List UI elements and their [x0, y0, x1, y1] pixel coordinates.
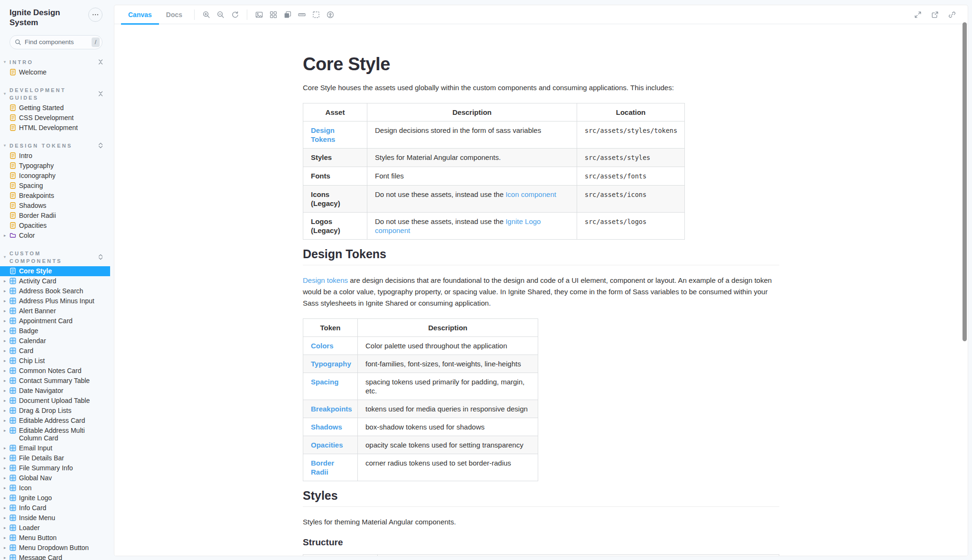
sidebar-item-getting-started[interactable]: Getting Started	[0, 103, 110, 113]
expand-caret-icon[interactable]: ▸	[4, 397, 9, 404]
expand-caret-icon[interactable]: ▸	[4, 367, 9, 374]
expand-section-icon[interactable]	[98, 142, 103, 149]
sidebar-item-editable-address-multi-column-card[interactable]: ▸Editable Address Multi Column Card	[0, 426, 110, 443]
expand-section-icon[interactable]	[98, 254, 103, 260]
zoom-in-icon[interactable]	[199, 8, 214, 22]
measure-ruler-icon[interactable]	[295, 8, 309, 22]
expand-caret-icon[interactable]: ▸	[4, 484, 9, 492]
sidebar-item-menu-dropdown-button[interactable]: ▸Menu Dropdown Button	[0, 543, 110, 553]
tab-docs[interactable]: Docs	[159, 5, 189, 24]
sidebar-item-loader[interactable]: ▸Loader	[0, 523, 110, 533]
sidebar-item-breakpoints[interactable]: Breakpoints	[0, 191, 110, 201]
sidebar-item-badge[interactable]: ▸Badge	[0, 326, 110, 336]
expand-caret-icon[interactable]: ▸	[4, 534, 9, 541]
doc-link[interactable]: Design Tokens	[311, 126, 335, 143]
sidebar-item-html-development[interactable]: HTML Development	[0, 123, 110, 133]
sidebar-item-date-navigator[interactable]: ▸Date Navigator	[0, 386, 110, 396]
section-caret-icon[interactable]: ▾	[4, 90, 9, 98]
fullscreen-icon[interactable]	[911, 8, 925, 22]
sidebar-item-address-book-search[interactable]: ▸Address Book Search	[0, 286, 110, 296]
sidebar-item-drag-drop-lists[interactable]: ▸Drag & Drop Lists	[0, 406, 110, 416]
scrollbar-thumb[interactable]	[963, 22, 967, 341]
expand-caret-icon[interactable]: ▸	[4, 347, 9, 355]
expand-caret-icon[interactable]: ▸	[4, 232, 9, 239]
collapse-section-icon[interactable]	[98, 59, 103, 65]
sidebar-item-chip-list[interactable]: ▸Chip List	[0, 356, 110, 366]
sidebar-item-opacities[interactable]: Opacities	[0, 221, 110, 231]
expand-caret-icon[interactable]: ▸	[4, 514, 9, 522]
expand-caret-icon[interactable]: ▸	[4, 494, 9, 502]
sidebar-item-iconography[interactable]: Iconography	[0, 171, 110, 181]
expand-caret-icon[interactable]: ▸	[4, 377, 9, 384]
expand-caret-icon[interactable]: ▸	[4, 307, 9, 315]
sidebar-item-document-upload-table[interactable]: ▸Document Upload Table	[0, 396, 110, 406]
expand-caret-icon[interactable]: ▸	[4, 427, 9, 434]
zoom-out-icon[interactable]	[214, 8, 228, 22]
sidebar-item-file-details-bar[interactable]: ▸File Details Bar	[0, 453, 110, 463]
section-header-development-guides[interactable]: ▾ DEVELOPMENT GUIDES	[0, 85, 110, 103]
expand-caret-icon[interactable]: ▸	[4, 544, 9, 551]
tab-canvas[interactable]: Canvas	[121, 5, 159, 24]
outline-icon[interactable]	[309, 8, 323, 22]
expand-caret-icon[interactable]: ▸	[4, 387, 9, 394]
sidebar-item-intro[interactable]: Intro	[0, 151, 110, 161]
collapse-section-icon[interactable]	[98, 91, 103, 97]
background-icon[interactable]	[252, 8, 266, 22]
sidebar-item-welcome[interactable]: Welcome	[0, 67, 110, 77]
sidebar-item-typography[interactable]: Typography	[0, 161, 110, 171]
expand-caret-icon[interactable]: ▸	[4, 554, 9, 560]
sidebar-item-alert-banner[interactable]: ▸Alert Banner	[0, 306, 110, 316]
sidebar-item-css-development[interactable]: CSS Development	[0, 113, 110, 123]
sidebar-item-card[interactable]: ▸Card	[0, 346, 110, 356]
sidebar-item-color[interactable]: ▸Color	[0, 231, 110, 241]
doc-link[interactable]: Shadows	[311, 423, 342, 431]
section-header-design-tokens[interactable]: ▾ DESIGN TOKENS	[0, 140, 110, 151]
sidebar-item-menu-button[interactable]: ▸Menu Button	[0, 533, 110, 543]
doc-link[interactable]: Spacing	[311, 378, 338, 386]
sidebar-item-shadows[interactable]: Shadows	[0, 201, 110, 211]
section-header-custom-components[interactable]: ▾ CUSTOM COMPONENTS	[0, 248, 110, 266]
sidebar-menu-button[interactable]	[88, 8, 103, 22]
doc-link[interactable]: Typography	[311, 360, 351, 368]
sidebar-item-inside-menu[interactable]: ▸Inside Menu	[0, 513, 110, 523]
expand-caret-icon[interactable]: ▸	[4, 504, 9, 512]
sidebar-item-border-radii[interactable]: Border Radii	[0, 211, 110, 221]
doc-link[interactable]: Design tokens	[303, 276, 348, 284]
sidebar-item-contact-summary-table[interactable]: ▸Contact Summary Table	[0, 376, 110, 386]
expand-caret-icon[interactable]: ▸	[4, 464, 9, 472]
sidebar-item-calendar[interactable]: ▸Calendar	[0, 336, 110, 346]
expand-caret-icon[interactable]: ▸	[4, 474, 9, 482]
expand-caret-icon[interactable]: ▸	[4, 317, 9, 325]
sidebar-item-email-input[interactable]: ▸Email Input	[0, 443, 110, 453]
search-input[interactable]: Find components /	[9, 35, 103, 49]
doc-link[interactable]: Border Radii	[311, 459, 334, 476]
accessibility-icon[interactable]	[323, 8, 337, 22]
expand-caret-icon[interactable]: ▸	[4, 287, 9, 295]
sidebar-item-ignite-logo[interactable]: ▸Ignite Logo	[0, 493, 110, 503]
sidebar-item-core-style[interactable]: Core Style	[0, 266, 110, 276]
expand-caret-icon[interactable]: ▸	[4, 277, 9, 285]
copy-link-icon[interactable]	[945, 8, 959, 22]
section-caret-icon[interactable]: ▾	[4, 142, 9, 149]
expand-caret-icon[interactable]: ▸	[4, 524, 9, 532]
expand-caret-icon[interactable]: ▸	[4, 454, 9, 462]
expand-caret-icon[interactable]: ▸	[4, 417, 9, 424]
section-caret-icon[interactable]: ▾	[4, 58, 9, 66]
section-header-intro[interactable]: ▾ INTRO	[0, 57, 110, 67]
doc-link[interactable]: Breakpoints	[311, 405, 352, 413]
sidebar-item-editable-address-card[interactable]: ▸Editable Address Card	[0, 416, 110, 426]
expand-caret-icon[interactable]: ▸	[4, 444, 9, 452]
sidebar-item-activity-card[interactable]: ▸Activity Card	[0, 276, 110, 286]
section-caret-icon[interactable]: ▾	[4, 253, 9, 261]
sidebar-item-address-plus-minus-input[interactable]: ▸Address Plus Minus Input	[0, 296, 110, 306]
zoom-reset-icon[interactable]	[228, 8, 242, 22]
grid-icon[interactable]	[266, 8, 280, 22]
doc-link[interactable]: Icon component	[505, 190, 556, 198]
sidebar-item-icon[interactable]: ▸Icon	[0, 483, 110, 493]
doc-link[interactable]: Colors	[311, 342, 334, 350]
open-external-icon[interactable]	[928, 8, 942, 22]
sidebar-item-global-nav[interactable]: ▸Global Nav	[0, 473, 110, 483]
sidebar-item-info-card[interactable]: ▸Info Card	[0, 503, 110, 513]
sidebar-item-file-summary-info[interactable]: ▸File Summary Info	[0, 463, 110, 473]
viewport-size-icon[interactable]	[280, 8, 295, 22]
